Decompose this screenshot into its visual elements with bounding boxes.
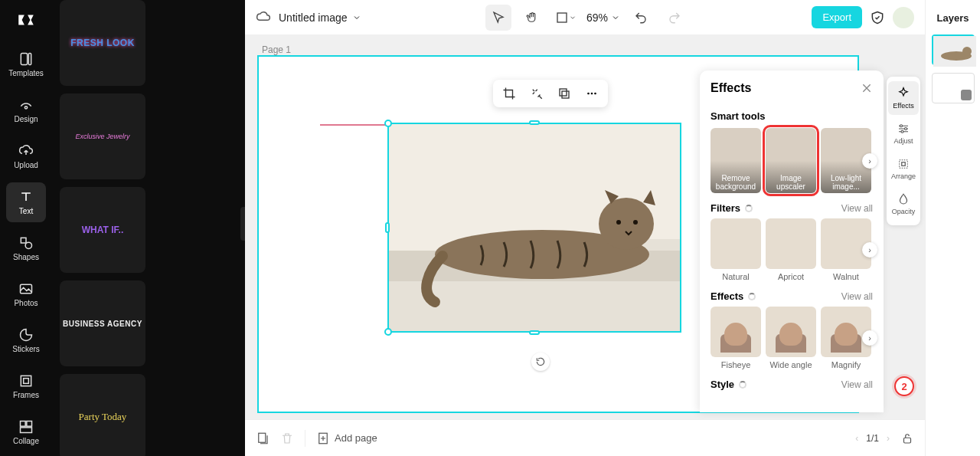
filter-natural[interactable] — [710, 218, 761, 269]
chevron-down-icon — [611, 13, 620, 22]
style-viewall[interactable]: View all — [841, 379, 873, 390]
resize-dropdown[interactable] — [553, 5, 579, 31]
nav-design[interactable]: Design — [6, 90, 46, 130]
app-logo-icon[interactable] — [14, 8, 38, 32]
close-icon[interactable] — [861, 82, 873, 94]
card-label: Image upscaler — [766, 172, 816, 193]
duplicate-button[interactable] — [556, 85, 573, 102]
nav-label: Stickers — [12, 345, 40, 353]
user-avatar[interactable] — [893, 7, 914, 28]
filters-viewall[interactable]: View all — [841, 203, 873, 214]
shield-icon[interactable] — [870, 10, 885, 25]
rail-adjust[interactable]: Adjust — [888, 116, 919, 150]
main-area: Untitled image 69% — [245, 0, 925, 456]
effect-wideangle[interactable] — [766, 307, 816, 357]
divider — [305, 430, 305, 447]
nav-shapes[interactable]: Shapes — [6, 228, 46, 268]
nav-label: Design — [14, 115, 38, 123]
svg-point-2 — [24, 107, 27, 109]
rotate-handle[interactable] — [531, 353, 550, 371]
svg-rect-8 — [21, 422, 26, 427]
filter-label: Walnut — [833, 272, 859, 281]
effect-fisheye[interactable] — [710, 307, 761, 357]
undo-button[interactable] — [628, 5, 654, 31]
preset-label: BUSINESS AGENCY — [63, 320, 142, 328]
page-label: Page 1 — [262, 44, 291, 55]
svg-point-17 — [633, 220, 638, 225]
resize-handle-sw[interactable] — [384, 328, 392, 336]
add-page-label: Add page — [335, 432, 377, 444]
svg-rect-30 — [904, 438, 911, 443]
pager-value: 1/1 — [866, 433, 879, 444]
add-page-button[interactable]: Add page — [316, 431, 377, 445]
layer-thumb[interactable] — [932, 73, 975, 103]
more-button[interactable] — [583, 85, 600, 102]
nav-upload[interactable]: Upload — [6, 136, 46, 176]
svg-point-15 — [599, 198, 654, 250]
redo-button[interactable] — [662, 5, 688, 31]
next-arrow-button[interactable]: › — [862, 242, 877, 258]
text-preset[interactable]: WHAT IF.. — [60, 187, 145, 273]
svg-point-21 — [591, 93, 593, 95]
resize-handle-s[interactable] — [529, 330, 540, 335]
cloud-sync-icon[interactable] — [256, 10, 271, 25]
resize-handle-nw[interactable] — [384, 120, 392, 127]
bottom-bar: Add page ‹ 1/1 › — [245, 419, 925, 456]
project-title-dropdown[interactable]: Untitled image — [279, 11, 361, 24]
nav-stickers[interactable]: Stickers — [6, 320, 46, 360]
text-preset[interactable]: BUSINESS AGENCY — [60, 280, 145, 366]
svg-rect-9 — [27, 422, 32, 427]
nav-label: Text — [19, 207, 33, 215]
export-button[interactable]: Export — [812, 6, 862, 28]
style-title: Style — [710, 379, 734, 390]
svg-rect-3 — [21, 238, 26, 243]
layer-thumb-selected[interactable] — [932, 34, 975, 65]
effects-panel: Effects Smart tools Remove background Im… — [700, 71, 884, 412]
resize-handle-w[interactable] — [385, 222, 390, 233]
svg-rect-18 — [562, 91, 569, 98]
text-preset[interactable]: Exclusive Jewelry — [60, 93, 145, 179]
canvas-viewport[interactable]: Page 1 — [245, 35, 925, 419]
rail-effects[interactable]: Effects — [888, 81, 919, 115]
next-page-button[interactable]: › — [887, 433, 890, 444]
nav-templates[interactable]: Templates — [6, 44, 46, 84]
nav-text[interactable]: Text — [6, 182, 46, 222]
svg-point-23 — [900, 125, 903, 127]
loading-icon — [739, 381, 746, 389]
svg-rect-11 — [557, 13, 567, 22]
rail-opacity[interactable]: Opacity — [888, 187, 919, 221]
select-tool[interactable] — [485, 5, 511, 31]
nav-label: Collage — [13, 437, 39, 445]
filter-label: Apricot — [778, 272, 804, 281]
rail-arrange[interactable]: Arrange — [888, 152, 919, 185]
text-preset[interactable]: Party Today — [60, 374, 145, 456]
delete-page-button[interactable] — [280, 431, 294, 445]
lock-button[interactable] — [900, 431, 914, 445]
zoom-dropdown[interactable]: 69% — [586, 11, 620, 24]
smart-tool-image-upscaler[interactable]: Image upscaler — [766, 128, 816, 193]
text-preset[interactable]: FRESH LOOK — [60, 0, 145, 86]
hand-tool[interactable] — [519, 5, 545, 31]
rail-label: Effects — [893, 102, 913, 110]
next-arrow-button[interactable]: › — [862, 153, 877, 169]
resize-handle-n[interactable] — [529, 120, 540, 125]
pages-button[interactable] — [256, 431, 270, 445]
selected-image[interactable] — [389, 124, 680, 331]
svg-point-20 — [587, 93, 590, 95]
magic-button[interactable] — [528, 85, 545, 102]
nav-frames[interactable]: Frames — [6, 366, 46, 406]
svg-rect-0 — [21, 54, 27, 65]
nav-collage[interactable]: Collage — [6, 412, 46, 452]
crop-button[interactable] — [501, 85, 518, 102]
smart-tool-remove-background[interactable]: Remove background — [710, 128, 761, 193]
svg-rect-26 — [900, 160, 908, 169]
svg-point-24 — [905, 128, 907, 130]
filter-apricot[interactable] — [766, 218, 816, 269]
next-arrow-button[interactable]: › — [862, 330, 877, 346]
effects-viewall[interactable]: View all — [841, 291, 873, 302]
svg-rect-27 — [902, 162, 906, 166]
svg-rect-28 — [259, 433, 266, 442]
nav-photos[interactable]: Photos — [6, 274, 46, 314]
nav-label: Photos — [14, 299, 38, 307]
prev-page-button[interactable]: ‹ — [855, 433, 858, 444]
